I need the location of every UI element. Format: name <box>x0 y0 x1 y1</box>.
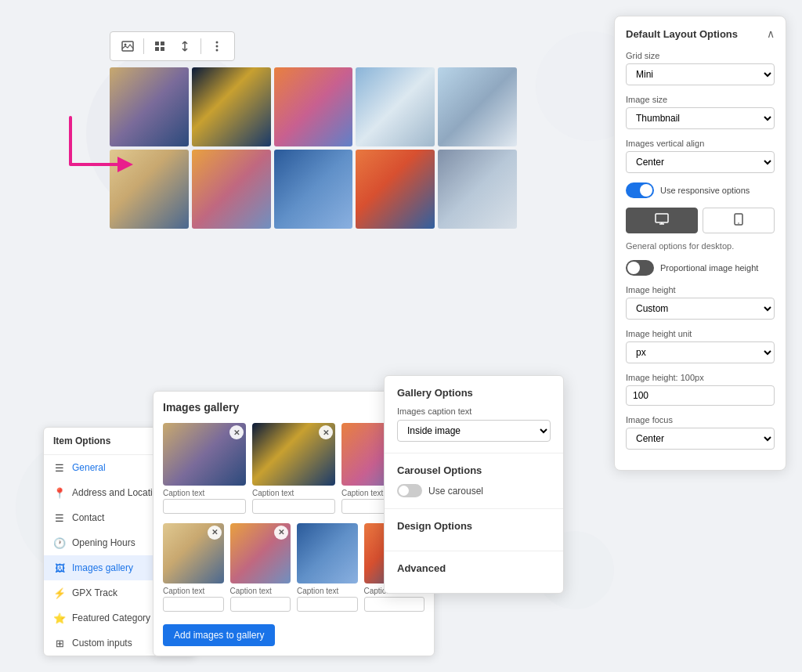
svg-marker-9 <box>117 157 133 172</box>
remove-image-1-button[interactable]: ✕ <box>229 425 244 439</box>
image-focus-select[interactable]: Top Center Bottom Left Right <box>626 428 775 450</box>
gallery-img-8 <box>274 150 353 229</box>
contact-icon: ☰ <box>53 511 66 524</box>
proportional-row: Proportional image height <box>626 260 775 276</box>
caption-input-7[interactable] <box>364 597 425 612</box>
gallery-options-section: Gallery Options Images caption text Insi… <box>385 376 563 453</box>
remove-image-5-button[interactable]: ✕ <box>274 526 288 540</box>
gallery-img-4 <box>356 67 435 146</box>
svg-rect-4 <box>155 47 159 51</box>
image-height-select[interactable]: Auto Custom <box>626 298 775 320</box>
svg-point-12 <box>738 222 739 224</box>
use-carousel-label: Use carousel <box>428 486 483 497</box>
desktop-tab[interactable] <box>626 208 698 233</box>
gallery-img-3 <box>274 67 353 146</box>
image-height-value-input[interactable] <box>626 385 775 406</box>
gallery-img-7 <box>192 150 271 229</box>
image-height-label: Image height <box>626 285 775 294</box>
sidebar-item-label: Custom inputs <box>72 638 132 649</box>
caption-label-5: Caption text <box>230 587 291 595</box>
advanced-section[interactable]: Advanced <box>385 551 563 593</box>
svg-point-7 <box>216 45 219 48</box>
gallery-thumb-5: ✕ <box>230 523 291 584</box>
remove-image-2-button[interactable]: ✕ <box>319 425 333 439</box>
svg-rect-5 <box>161 47 164 51</box>
vertical-align-label: Images vertical align <box>626 139 775 148</box>
main-area: Item Options ☰ General 📍 Address and Loc… <box>0 0 802 672</box>
caption-input-2[interactable] <box>252 499 335 514</box>
sidebar-item-label: Images gallery <box>72 562 133 573</box>
remove-image-4-button[interactable]: ✕ <box>208 526 222 540</box>
image-height-unit-group: Image height unit px em % <box>626 329 775 363</box>
gallery-preview <box>110 31 517 229</box>
use-responsive-toggle[interactable] <box>626 182 654 198</box>
gallery-item-2: ✕ Caption text <box>252 423 335 514</box>
image-focus-group: Image focus Top Center Bottom Left Right <box>626 415 775 450</box>
gallery-thumb-6 <box>297 523 358 584</box>
carousel-options-section: Carousel Options Use carousel <box>385 453 563 509</box>
caption-input-6[interactable] <box>297 597 358 612</box>
layout-panel-title: Default Layout Options <box>626 28 738 40</box>
general-options-text: General options for desktop. <box>626 241 775 251</box>
gallery-item-6: Caption text <box>297 523 358 612</box>
toolbar-divider2 <box>200 38 201 54</box>
sidebar-item-label: General <box>72 462 106 473</box>
design-options-section[interactable]: Design Options <box>385 509 563 551</box>
svg-point-8 <box>216 49 219 52</box>
gallery-img-9 <box>356 150 435 229</box>
custom-inputs-icon: ⊞ <box>53 637 66 649</box>
gallery-thumb-1: ✕ <box>163 423 246 486</box>
grid-size-select[interactable]: Mini Small Medium Large <box>626 63 775 85</box>
gallery-toolbar[interactable] <box>110 31 235 61</box>
responsive-options-row: Use responsive options <box>626 182 775 198</box>
image-height-unit-select[interactable]: px em % <box>626 341 775 363</box>
sidebar-item-label: Opening Hours <box>72 537 135 548</box>
image-height-value-label: Image height: 100px <box>626 373 775 382</box>
arrow-indicator <box>55 94 149 191</box>
toolbar-more-icon[interactable] <box>206 35 228 57</box>
layout-options-panel: Default Layout Options ∧ Grid size Mini … <box>614 16 786 471</box>
layout-panel-header: Default Layout Options ∧ <box>626 27 775 40</box>
gallery-img-10 <box>438 150 517 229</box>
caption-label-2: Caption text <box>252 489 335 497</box>
caption-input-5[interactable] <box>230 597 291 612</box>
proportional-toggle[interactable] <box>626 260 654 276</box>
images-gallery-icon: 🖼 <box>53 562 66 574</box>
collapse-icon[interactable]: ∧ <box>767 27 775 40</box>
image-size-select[interactable]: Thumbnail Medium Large Full <box>626 107 775 129</box>
gallery-img-5 <box>438 67 517 146</box>
caption-input-4[interactable] <box>163 597 224 612</box>
gpx-icon: ⚡ <box>53 587 66 599</box>
device-tabs <box>626 208 775 233</box>
image-size-group: Image size Thumbnail Medium Large Full <box>626 95 775 129</box>
toolbar-grid-icon[interactable] <box>149 35 171 57</box>
add-images-button[interactable]: Add images to gallery <box>163 624 275 646</box>
sidebar-item-label: GPX Track <box>72 587 117 598</box>
image-size-label: Image size <box>626 95 775 104</box>
sidebar-item-label: Address and Location <box>72 487 163 498</box>
proportional-label: Proportional image height <box>660 263 758 273</box>
gallery-images-grid <box>110 67 517 229</box>
image-height-group: Image height Auto Custom <box>626 285 775 320</box>
address-icon: 📍 <box>53 486 66 499</box>
grid-size-group: Grid size Mini Small Medium Large <box>626 51 775 85</box>
gallery-options-popup: Gallery Options Images caption text Insi… <box>384 375 564 594</box>
images-caption-label: Images caption text <box>397 406 551 416</box>
svg-rect-2 <box>155 42 159 45</box>
svg-rect-10 <box>656 214 668 222</box>
vertical-align-select[interactable]: Top Center Bottom <box>626 151 775 173</box>
sidebar-item-label: Contact <box>72 512 104 523</box>
images-caption-select[interactable]: Inside image <box>397 420 551 442</box>
opening-hours-icon: 🕐 <box>53 537 66 549</box>
mobile-tab[interactable] <box>703 208 775 233</box>
general-icon: ☰ <box>53 461 66 474</box>
use-carousel-toggle[interactable] <box>397 484 422 497</box>
advanced-title: Advanced <box>397 562 551 574</box>
gallery-item-1: ✕ Caption text <box>163 423 246 514</box>
grid-size-label: Grid size <box>626 51 775 60</box>
image-height-unit-label: Image height unit <box>626 329 775 338</box>
toolbar-image-icon[interactable] <box>117 35 139 57</box>
gallery-item-5: ✕ Caption text <box>230 523 291 612</box>
toolbar-arrows-icon[interactable] <box>174 35 196 57</box>
caption-input-1[interactable] <box>163 499 246 514</box>
